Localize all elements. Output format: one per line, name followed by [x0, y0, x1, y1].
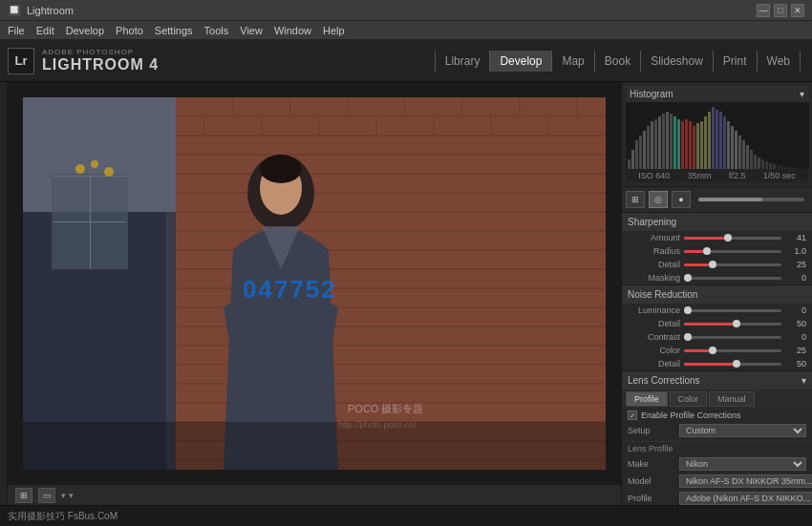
- svg-point-48: [75, 164, 85, 174]
- noise-reduction-header[interactable]: Noise Reduction: [622, 285, 812, 304]
- svg-rect-66: [681, 121, 684, 169]
- masking-value: 0: [785, 273, 806, 283]
- menu-window[interactable]: Window: [274, 25, 311, 36]
- noise-reduction-section: Noise Reduction Luminance 0 Detail 50: [622, 285, 812, 371]
- model-label: Model: [628, 476, 675, 486]
- view-grid-button[interactable]: ⊞: [15, 488, 32, 503]
- svg-rect-98: [803, 168, 806, 169]
- svg-rect-64: [673, 116, 676, 169]
- lum-detail-slider[interactable]: [684, 323, 781, 326]
- lum-contrast-label: Contrast: [628, 332, 680, 342]
- crop-tool[interactable]: ⊞: [626, 191, 645, 208]
- lens-tab-profile[interactable]: Profile: [626, 391, 668, 407]
- svg-rect-77: [723, 116, 726, 169]
- tab-develop[interactable]: Develop: [490, 51, 552, 72]
- enable-corrections-checkbox[interactable]: ✓: [628, 410, 637, 420]
- tab-map[interactable]: Map: [552, 51, 594, 72]
- lens-tabs: Profile Color Manual: [622, 389, 812, 409]
- svg-rect-67: [685, 119, 688, 169]
- radius-label: Radius: [628, 246, 680, 256]
- histogram-header[interactable]: Histogram ▾: [626, 86, 808, 102]
- maximize-button[interactable]: □: [774, 4, 787, 17]
- lum-detail-label: Detail: [628, 319, 680, 328]
- tab-print[interactable]: Print: [714, 51, 758, 72]
- profile-field-select[interactable]: Adobe (Nikon AF-S DX NIKKO...: [679, 492, 812, 505]
- make-select[interactable]: Nikon: [679, 457, 806, 471]
- app-icon: 🔲: [8, 4, 21, 16]
- menu-develop[interactable]: Develop: [66, 25, 104, 36]
- logo-area: Lr ADOBE PHOTOSHOP LIGHTROOM 4: [0, 48, 159, 74]
- sharpening-detail-row: Detail 25: [622, 258, 812, 271]
- status-bar: 实用摄影技巧 FsBus.CoM: [0, 505, 812, 526]
- spot-removal-tool[interactable]: ◎: [649, 191, 668, 208]
- menu-edit[interactable]: Edit: [36, 25, 54, 36]
- window-controls: — □ ✕: [757, 4, 804, 17]
- app-name: LIGHTROOM 4: [42, 56, 159, 74]
- menu-help[interactable]: Help: [323, 25, 345, 36]
- svg-rect-69: [693, 126, 695, 169]
- tab-slideshow[interactable]: Slideshow: [641, 51, 714, 72]
- svg-text:047752: 047752: [243, 275, 337, 304]
- bottom-toolbar: ⊞ ▭ ▾ ▾: [8, 484, 621, 505]
- profile-field-row: Profile Adobe (Nikon AF-S DX NIKKO...: [622, 490, 812, 505]
- redeye-tool[interactable]: ●: [672, 191, 691, 208]
- color-detail-slider[interactable]: [684, 363, 781, 366]
- svg-rect-68: [689, 121, 692, 169]
- svg-rect-54: [635, 140, 638, 169]
- svg-rect-59: [654, 119, 657, 169]
- menu-view[interactable]: View: [240, 25, 263, 36]
- tab-book[interactable]: Book: [595, 51, 641, 72]
- svg-rect-61: [662, 114, 665, 169]
- svg-rect-88: [765, 161, 768, 169]
- color-label: Color: [628, 346, 680, 355]
- color-slider[interactable]: [684, 349, 781, 352]
- lum-contrast-row: Contrast 0: [622, 330, 812, 344]
- svg-point-49: [91, 160, 98, 168]
- view-compare-button[interactable]: ▭: [38, 488, 55, 503]
- setup-row: Setup Custom: [622, 422, 812, 439]
- adobe-label: ADOBE PHOTOSHOP: [42, 48, 159, 56]
- svg-rect-51: [23, 422, 606, 470]
- make-row: Make Nikon: [622, 455, 812, 473]
- svg-rect-75: [716, 110, 718, 169]
- close-button[interactable]: ✕: [791, 4, 804, 17]
- right-panel: Histogram ▾: [621, 82, 812, 505]
- lens-tab-manual[interactable]: Manual: [709, 391, 755, 407]
- image-container[interactable]: 047752 POCO 摄影专题 POCO 摄影专题 http://photo.…: [8, 82, 621, 484]
- svg-rect-80: [735, 131, 737, 169]
- menu-tools[interactable]: Tools: [204, 25, 229, 36]
- lum-detail-row: Detail 50: [622, 317, 812, 330]
- svg-rect-94: [788, 167, 791, 169]
- masking-label: Masking: [628, 273, 680, 283]
- lum-contrast-slider[interactable]: [684, 336, 781, 339]
- svg-rect-52: [628, 159, 630, 169]
- menu-settings[interactable]: Settings: [155, 25, 193, 36]
- lens-corrections-header[interactable]: Lens Corrections ▾: [622, 371, 812, 389]
- lens-tab-color[interactable]: Color: [670, 391, 708, 407]
- lens-corrections-section: Lens Corrections ▾ Profile Color Manual …: [622, 371, 812, 505]
- title-bar-title: 🔲 Lightroom: [8, 4, 74, 16]
- svg-rect-55: [639, 136, 642, 169]
- svg-rect-56: [643, 131, 646, 169]
- menu-file[interactable]: File: [8, 25, 25, 36]
- setup-select[interactable]: Custom: [679, 424, 806, 437]
- model-select[interactable]: Nikon AF-S DX NIKKOR 35mm...: [679, 474, 812, 488]
- luminance-slider[interactable]: [684, 309, 781, 312]
- left-panel: [0, 82, 8, 505]
- lum-contrast-value: 0: [785, 332, 806, 342]
- sharpening-header[interactable]: Sharpening: [622, 213, 812, 231]
- title-bar: 🔲 Lightroom — □ ✕: [0, 0, 812, 21]
- tab-library[interactable]: Library: [435, 51, 491, 72]
- svg-rect-89: [769, 163, 772, 169]
- color-detail-row: Detail 50: [622, 357, 812, 370]
- logo-text: ADOBE PHOTOSHOP LIGHTROOM 4: [42, 48, 159, 74]
- minimize-button[interactable]: —: [757, 4, 770, 17]
- masking-slider[interactable]: [684, 277, 781, 280]
- radius-slider[interactable]: [684, 250, 781, 253]
- radius-value: 1.0: [785, 246, 806, 256]
- amount-slider[interactable]: [684, 237, 781, 240]
- menu-photo[interactable]: Photo: [116, 25, 143, 36]
- detail-slider[interactable]: [684, 263, 781, 266]
- svg-rect-97: [800, 168, 802, 169]
- tab-web[interactable]: Web: [758, 51, 801, 72]
